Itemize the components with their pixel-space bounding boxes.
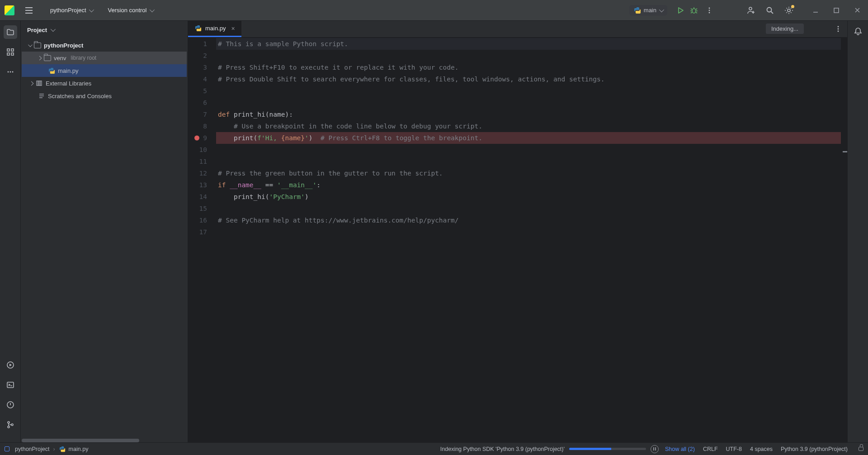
- tree-ext-libs-label: External Libraries: [46, 80, 91, 87]
- chevron-right-icon: [38, 56, 42, 60]
- indexing-progress-bar: [569, 448, 646, 450]
- problems-tool-button[interactable]: [4, 398, 17, 412]
- app-logo-icon: [5, 5, 14, 15]
- svg-point-3: [709, 12, 710, 13]
- run-config-label: main: [644, 7, 656, 14]
- svg-point-26: [838, 31, 839, 32]
- svg-point-24: [838, 26, 839, 28]
- breadcrumb-file[interactable]: main.py: [59, 446, 89, 453]
- search-button[interactable]: [763, 4, 777, 17]
- tree-root-label: pythonProject: [44, 42, 83, 49]
- run-config-selector[interactable]: main: [629, 5, 667, 16]
- svg-point-5: [767, 7, 772, 12]
- python-console-tool-button[interactable]: [4, 358, 17, 372]
- svg-rect-21: [37, 81, 38, 85]
- collab-button[interactable]: [744, 4, 758, 17]
- code-editor[interactable]: 1 2 3 4 5 6 7 8 9 10 11 12 13 14 15 16 1…: [188, 37, 847, 442]
- structure-tool-button[interactable]: [4, 45, 17, 59]
- show-all-tasks-link[interactable]: Show all (2): [665, 446, 695, 452]
- svg-point-0: [692, 9, 696, 13]
- code-content[interactable]: # This is a sample Python script. # Pres…: [216, 37, 841, 442]
- vcs-dropdown[interactable]: Version control: [104, 5, 157, 15]
- svg-point-19: [8, 426, 9, 428]
- run-button[interactable]: [674, 4, 687, 17]
- tree-venv-annotation: library root: [71, 55, 96, 61]
- project-panel-header[interactable]: Project: [21, 21, 188, 39]
- editor-error-stripe[interactable]: [841, 37, 847, 442]
- notifications-button[interactable]: [851, 24, 865, 38]
- more-actions-button[interactable]: [703, 4, 716, 17]
- indexing-indicator: Indexing...: [766, 24, 804, 34]
- python-icon: [48, 67, 55, 74]
- horizontal-scrollbar[interactable]: [22, 439, 139, 442]
- scratches-icon: [38, 92, 45, 100]
- more-tools-button[interactable]: [4, 65, 17, 79]
- svg-rect-23: [40, 81, 42, 85]
- python-icon: [634, 7, 641, 14]
- tree-scratches[interactable]: Scratches and Consoles: [22, 90, 187, 102]
- chevron-down-icon: [149, 7, 154, 12]
- window-controls: [809, 4, 863, 17]
- tree-external-libraries[interactable]: External Libraries: [22, 77, 187, 90]
- close-tab-button[interactable]: ×: [231, 25, 235, 32]
- tree-venv[interactable]: venv library root: [22, 52, 187, 64]
- indexing-status-text: Indexing Python SDK 'Python 3.9 (pythonP…: [440, 446, 565, 452]
- svg-point-4: [749, 7, 752, 10]
- line-separator-widget[interactable]: CRLF: [703, 446, 718, 452]
- settings-button[interactable]: [782, 4, 796, 17]
- minimize-button[interactable]: [809, 4, 822, 17]
- vcs-tool-button[interactable]: [4, 418, 17, 431]
- project-tool-button[interactable]: [4, 25, 17, 39]
- svg-point-25: [838, 28, 839, 30]
- svg-point-2: [709, 9, 710, 11]
- svg-point-6: [788, 9, 790, 12]
- vcs-label: Version control: [108, 7, 147, 14]
- debug-button[interactable]: [687, 4, 701, 17]
- python-icon: [194, 25, 202, 32]
- tab-more-button[interactable]: [829, 21, 847, 37]
- chevron-down-icon: [659, 7, 664, 12]
- line-number-gutter[interactable]: 1 2 3 4 5 6 7 8 9 10 11 12 13 14 15 16 1…: [188, 37, 216, 442]
- tab-label: main.py: [205, 25, 226, 32]
- svg-point-12: [7, 71, 9, 73]
- folder-icon: [44, 55, 51, 61]
- interpreter-widget[interactable]: Python 3.9 (pythonProject): [781, 446, 848, 452]
- project-tree: pythonProject venv library root main.py …: [21, 39, 188, 102]
- titlebar: pythonProject Version control main: [0, 0, 868, 21]
- tree-file-label: main.py: [58, 67, 79, 74]
- svg-rect-22: [38, 81, 40, 85]
- folder-icon: [34, 43, 41, 48]
- tree-file-main[interactable]: main.py: [22, 64, 187, 77]
- read-only-lock-icon[interactable]: [859, 447, 863, 451]
- stripe-mark[interactable]: [843, 151, 847, 152]
- pause-indexing-button[interactable]: [651, 445, 659, 453]
- left-tool-gutter: [0, 21, 21, 442]
- project-panel-title: Project: [27, 27, 47, 33]
- project-dropdown[interactable]: pythonProject: [47, 5, 96, 15]
- tree-root[interactable]: pythonProject: [22, 39, 187, 52]
- tree-venv-label: venv: [54, 55, 66, 62]
- svg-point-18: [8, 422, 9, 423]
- indent-widget[interactable]: 4 spaces: [750, 446, 773, 452]
- editor-tabs: main.py × Indexing...: [188, 21, 847, 37]
- chevron-right-icon: [29, 81, 34, 85]
- chevron-down-icon: [51, 27, 56, 32]
- editor-area: main.py × Indexing... 1 2 3 4 5 6 7 8 9 …: [188, 21, 847, 442]
- svg-rect-11: [11, 53, 14, 55]
- main-menu-button[interactable]: [23, 4, 35, 17]
- chevron-down-icon: [28, 43, 33, 47]
- editor-tab-main[interactable]: main.py ×: [188, 21, 241, 37]
- project-name-label: pythonProject: [50, 7, 86, 14]
- terminal-tool-button[interactable]: [4, 378, 17, 392]
- encoding-widget[interactable]: UTF-8: [726, 446, 742, 452]
- close-button[interactable]: [851, 4, 863, 17]
- svg-rect-9: [11, 49, 14, 51]
- maximize-button[interactable]: [830, 4, 843, 17]
- breadcrumb-separator: ›: [53, 446, 55, 452]
- status-bar: pythonProject › main.py Indexing Python …: [0, 442, 868, 455]
- svg-rect-10: [7, 53, 9, 55]
- breadcrumb-project[interactable]: pythonProject: [5, 446, 49, 452]
- breakpoint-gutter-line[interactable]: 9: [188, 132, 216, 144]
- breakpoint-icon[interactable]: [194, 136, 199, 141]
- svg-rect-7: [834, 8, 839, 13]
